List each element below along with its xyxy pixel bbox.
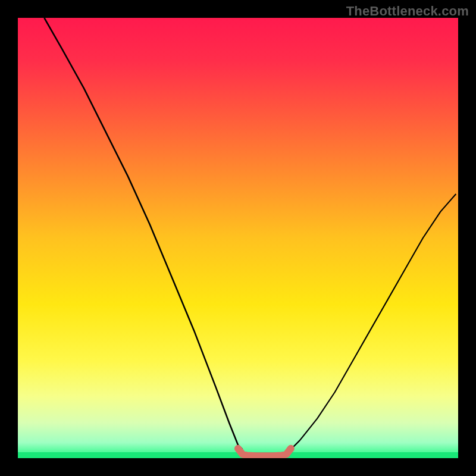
chart-canvas bbox=[18, 18, 458, 458]
gradient-background bbox=[18, 18, 458, 458]
plot-area bbox=[18, 18, 458, 458]
chart-frame: TheBottleneck.com bbox=[0, 0, 476, 476]
watermark-text: TheBottleneck.com bbox=[346, 4, 469, 19]
